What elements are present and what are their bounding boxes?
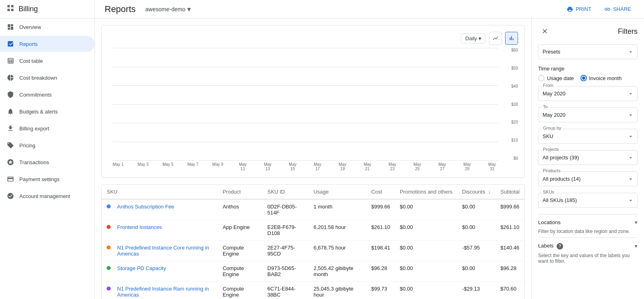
x-axis-spacer: [250, 162, 261, 171]
bar-chart-button[interactable]: [505, 32, 518, 45]
table-row: Anthos Subscription Fee Anthos 0D2F-DB05…: [102, 199, 524, 220]
sidebar-item-commitments[interactable]: Commitments: [0, 87, 95, 103]
table-row: N1 Predefined Instance Core running in A…: [102, 241, 524, 261]
subtotal-cell: $999.66: [495, 199, 524, 220]
group-by-select[interactable]: SKU: [538, 129, 638, 144]
x-axis-spacer: [399, 162, 411, 171]
to-label: To: [541, 104, 549, 109]
time-range-section: Time range Usage date Invoice month From…: [538, 66, 638, 122]
sidebar-item-label: Payment settings: [19, 176, 60, 182]
chevron-down-icon: ▾: [187, 5, 191, 14]
sku-name[interactable]: N1 Predefined Instance Ram running in Am…: [117, 286, 213, 298]
x-axis-spacer: [225, 162, 236, 171]
promotions-cell: $0.00: [395, 282, 457, 299]
sku-color-dot: [107, 204, 111, 208]
invoice-month-option[interactable]: Invoice month: [580, 75, 622, 81]
sidebar-item-transactions[interactable]: Transactions: [0, 154, 95, 170]
page-title: Reports: [105, 4, 136, 14]
subtotal-cell: $96.28: [495, 261, 524, 282]
from-select[interactable]: May 2020: [538, 86, 638, 101]
print-button[interactable]: PRINT: [564, 4, 594, 14]
sku-name[interactable]: N1 Predefined Instance Core running in A…: [117, 245, 213, 257]
sku-name[interactable]: Anthos Subscription Fee: [117, 204, 174, 210]
labels-description: Select the key and values of the labels …: [538, 253, 638, 264]
locations-header[interactable]: Locations ▾: [538, 219, 638, 225]
x-axis-label: May 27: [436, 162, 448, 171]
promotions-cell: $0.00: [395, 220, 457, 241]
x-axis-spacer: [150, 162, 161, 171]
sidebar-item-billing-export[interactable]: Billing export: [0, 120, 95, 136]
y-axis-label: $20: [499, 120, 518, 124]
line-chart-icon: [492, 35, 499, 41]
cost-cell: $198.41: [366, 241, 395, 261]
table-row: N1 Predefined Instance Ram running in Am…: [102, 282, 524, 299]
sidebar-item-reports[interactable]: Reports: [0, 36, 95, 52]
sidebar-item-overview[interactable]: Overview: [0, 19, 95, 35]
sidebar-item-pricing[interactable]: Pricing: [0, 137, 95, 153]
projects-label: Projects: [541, 147, 561, 152]
skus-label: SKUs: [541, 190, 556, 194]
alerts-icon: [6, 107, 14, 115]
table-row: Storage PD Capacity Compute Engine D973-…: [102, 261, 524, 282]
presets-select[interactable]: Presets: [538, 44, 638, 59]
chevron-down-icon: ▾: [635, 219, 638, 225]
chart-x-labels: May 1May 3May 5May 7May 9May 11May 13May…: [108, 162, 518, 171]
col-product: Product: [218, 185, 262, 199]
subtotal-cell: $140.46: [495, 241, 524, 261]
data-table: SKU Product SKU ID Usage Cost Promotions…: [102, 185, 524, 299]
skus-select[interactable]: All SKUs (185): [538, 193, 638, 208]
close-filters-button[interactable]: ✕: [538, 25, 551, 38]
sidebar-item-payment-settings[interactable]: Payment settings: [0, 171, 95, 187]
x-axis-label: May 25: [411, 162, 423, 171]
sku-name[interactable]: Storage PD Capacity: [117, 265, 166, 271]
to-select[interactable]: May 2020: [538, 107, 638, 122]
labels-header[interactable]: Labels ? ▾: [538, 243, 638, 250]
sku-id-cell: D973-5D65-BAB2: [262, 261, 309, 282]
sidebar-item-account-management[interactable]: Account management: [0, 188, 95, 204]
col-sku: SKU: [102, 185, 218, 199]
x-axis-spacer: [275, 162, 286, 171]
sku-id-cell: 2E27-4F75-95CD: [262, 241, 309, 261]
project-name: awesome-demo: [145, 6, 186, 12]
from-selector: From May 2020: [538, 86, 638, 101]
table-header-row: SKU Product SKU ID Usage Cost Promotions…: [102, 185, 524, 199]
x-axis-spacer: [125, 162, 136, 171]
chart-container: Daily ▾ $0$10$20$30$40$50$60: [101, 25, 525, 178]
project-selector[interactable]: awesome-demo ▾: [142, 3, 194, 15]
usage-date-label: Usage date: [547, 75, 574, 81]
sort-icon: ↓: [488, 189, 491, 195]
presets-row: Presets: [538, 44, 638, 59]
sku-name[interactable]: Frontend Instances: [117, 224, 162, 230]
x-axis-spacer: [349, 162, 361, 171]
line-chart-button[interactable]: [489, 32, 502, 45]
sidebar-item-cost-breakdown[interactable]: Cost breakdown: [0, 70, 95, 86]
usage-date-option[interactable]: Usage date: [538, 75, 574, 81]
transactions-icon: [6, 158, 14, 166]
sidebar-item-budgets-alerts[interactable]: Budgets & alerts: [0, 103, 95, 120]
projects-select[interactable]: All projects (39): [538, 150, 638, 165]
col-subtotal: Subtotal: [495, 185, 524, 199]
sku-color-dot: [107, 245, 111, 250]
sku-cell: N1 Predefined Instance Core running in A…: [102, 241, 218, 261]
to-selector: To May 2020: [538, 107, 638, 122]
product-cell: Compute Engine: [218, 282, 262, 299]
breakdown-icon: [6, 74, 14, 82]
products-select[interactable]: All products (14): [538, 171, 638, 186]
sku-cell: Frontend Instances: [102, 220, 218, 241]
topbar: Reports awesome-demo ▾ PRINT SHARE: [95, 0, 644, 19]
time-granularity-selector[interactable]: Daily ▾: [461, 33, 486, 43]
x-axis-spacer: [474, 162, 485, 171]
table-body: Anthos Subscription Fee Anthos 0D2F-DB05…: [102, 199, 524, 299]
x-axis-label: May 29: [461, 162, 473, 171]
sidebar-item-cost-table[interactable]: Cost table: [0, 53, 95, 69]
invoice-month-radio[interactable]: [580, 75, 587, 81]
cost-cell: $99.73: [366, 282, 395, 299]
usage-date-radio[interactable]: [538, 75, 545, 81]
help-icon[interactable]: ?: [557, 243, 563, 250]
col-cost: Cost: [366, 185, 395, 199]
share-button[interactable]: SHARE: [601, 4, 634, 14]
commitments-icon: [6, 91, 14, 99]
y-axis-label: $60: [499, 48, 518, 52]
locations-description: Filter by location data like region and …: [538, 229, 638, 234]
sidebar-item-label: Billing export: [19, 126, 49, 132]
